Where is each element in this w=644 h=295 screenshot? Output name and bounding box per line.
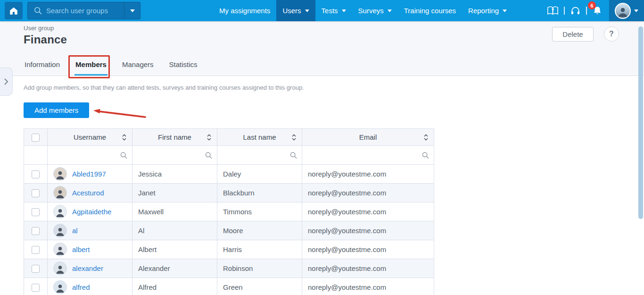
chevron-down-icon xyxy=(130,9,135,12)
first-name-cell: Maxwell xyxy=(132,202,217,221)
last-name-cell: Moore xyxy=(217,221,302,240)
sort-icon[interactable] xyxy=(206,134,212,141)
row-checkbox[interactable] xyxy=(32,208,40,216)
nav-item-training-courses[interactable]: Training courses xyxy=(398,0,462,21)
chevron-down-icon xyxy=(503,9,507,12)
search-icon xyxy=(289,151,297,159)
column-label: First name xyxy=(158,133,191,141)
sort-icon[interactable] xyxy=(291,134,297,141)
email-cell: noreply@youtestme.com xyxy=(302,202,434,221)
tab-members[interactable]: Members xyxy=(74,54,107,76)
tab-statistics[interactable]: Statistics xyxy=(168,54,198,76)
last-name-cell: Harris xyxy=(217,240,302,259)
profile-avatar xyxy=(615,3,631,19)
username-cell: Agpitaidethe xyxy=(48,202,132,221)
vertical-scrollbar-thumb[interactable] xyxy=(638,26,643,219)
notifications-button[interactable]: 6 xyxy=(592,5,603,16)
username-link[interactable]: al xyxy=(72,227,78,235)
row-checkbox[interactable] xyxy=(32,246,40,254)
divider xyxy=(564,7,565,15)
avatar xyxy=(53,205,67,219)
sort-icon[interactable] xyxy=(122,134,127,141)
username-link[interactable]: Acesturod xyxy=(72,189,104,197)
divider xyxy=(586,7,587,15)
row-checkbox[interactable] xyxy=(32,189,40,197)
table-header-row: Username First name Last name Email xyxy=(24,129,434,146)
column-filter-input[interactable] xyxy=(140,152,209,159)
table-row: Agpitaidethe Maxwell Timmons noreply@you… xyxy=(24,202,434,221)
first-name-cell: Jessica xyxy=(132,165,217,184)
support-headset-icon[interactable] xyxy=(570,6,581,16)
nav-item-label: Surveys xyxy=(358,7,384,15)
username-link[interactable]: Abled1997 xyxy=(72,170,106,178)
email-cell: noreply@youtestme.com xyxy=(302,240,434,259)
chevron-down-icon xyxy=(342,9,346,12)
home-button[interactable] xyxy=(5,2,23,19)
search-icon xyxy=(421,151,429,159)
username-link[interactable]: albert xyxy=(72,245,90,253)
search-dropdown-button[interactable] xyxy=(124,2,140,19)
nav-item-surveys[interactable]: Surveys xyxy=(352,0,398,21)
tab-information[interactable]: Information xyxy=(24,54,61,76)
row-checkbox[interactable] xyxy=(32,265,40,273)
column-header-first-name[interactable]: First name xyxy=(132,129,217,146)
username-link[interactable]: alfred xyxy=(72,283,90,291)
nav-item-label: Training courses xyxy=(404,7,456,15)
row-checkbox[interactable] xyxy=(32,170,40,178)
row-checkbox[interactable] xyxy=(32,284,40,292)
search-input[interactable] xyxy=(46,7,124,15)
nav-item-label: Tests xyxy=(322,7,338,15)
email-cell: noreply@youtestme.com xyxy=(302,165,434,184)
row-checkbox[interactable] xyxy=(32,227,40,235)
members-description: Add group members, so that they can atte… xyxy=(24,84,304,91)
select-all-checkbox[interactable] xyxy=(32,134,40,142)
home-icon xyxy=(8,6,19,16)
column-header-last-name[interactable]: Last name xyxy=(217,129,302,146)
table-row: Acesturod Janet Blackburn noreply@youtes… xyxy=(24,184,434,202)
row-checkbox-cell xyxy=(24,278,48,295)
last-name-cell: Blackburn xyxy=(217,184,302,202)
help-button[interactable]: ? xyxy=(604,26,619,42)
row-checkbox-cell xyxy=(24,259,48,278)
column-label: Email xyxy=(359,133,377,141)
username-cell: Acesturod xyxy=(48,184,132,202)
username-link[interactable]: Agpitaidethe xyxy=(72,208,111,216)
row-checkbox-cell xyxy=(24,202,48,221)
email-cell: noreply@youtestme.com xyxy=(302,259,434,278)
column-header-username[interactable]: Username xyxy=(48,129,132,146)
avatar xyxy=(53,186,67,200)
username-cell: alexander xyxy=(48,259,132,278)
nav-item-reporting[interactable]: Reporting xyxy=(462,0,513,21)
username-link[interactable]: alexander xyxy=(72,264,103,272)
first-name-cell: Al xyxy=(132,221,217,240)
column-label: Username xyxy=(74,133,106,141)
column-filter-input[interactable] xyxy=(310,152,426,159)
members-tab-content: Add group members, so that they can atte… xyxy=(0,76,644,295)
column-filter-cell xyxy=(217,146,302,165)
column-filter-input[interactable] xyxy=(225,152,294,159)
column-filter-cell xyxy=(48,146,132,165)
user-groups-search xyxy=(27,2,140,19)
username-cell: alfred xyxy=(48,278,132,295)
help-book-icon[interactable]: ? xyxy=(547,6,559,16)
top-navbar: My assignments Users Tests Surveys Train… xyxy=(0,0,644,21)
last-name-cell: Timmons xyxy=(217,202,302,221)
first-name-cell: Alfred xyxy=(132,278,217,295)
panel-expand-icon xyxy=(4,78,8,85)
avatar xyxy=(53,167,67,181)
tab-managers[interactable]: Managers xyxy=(121,54,155,76)
nav-item-tests[interactable]: Tests xyxy=(315,0,352,21)
add-members-button[interactable]: Add members xyxy=(24,102,89,118)
email-cell: noreply@youtestme.com xyxy=(302,221,434,240)
column-header-email[interactable]: Email xyxy=(302,129,434,146)
sort-icon[interactable] xyxy=(423,134,429,141)
nav-item-my-assignments[interactable]: My assignments xyxy=(213,0,276,21)
column-label: Last name xyxy=(243,133,276,141)
chevron-down-icon xyxy=(305,9,309,12)
profile-menu[interactable] xyxy=(609,0,644,21)
chevron-down-icon xyxy=(634,9,638,12)
left-panel-expander[interactable] xyxy=(0,67,13,96)
delete-button[interactable]: Delete xyxy=(552,27,594,42)
nav-item-users[interactable]: Users xyxy=(276,0,315,21)
column-filter-input[interactable] xyxy=(56,152,124,159)
